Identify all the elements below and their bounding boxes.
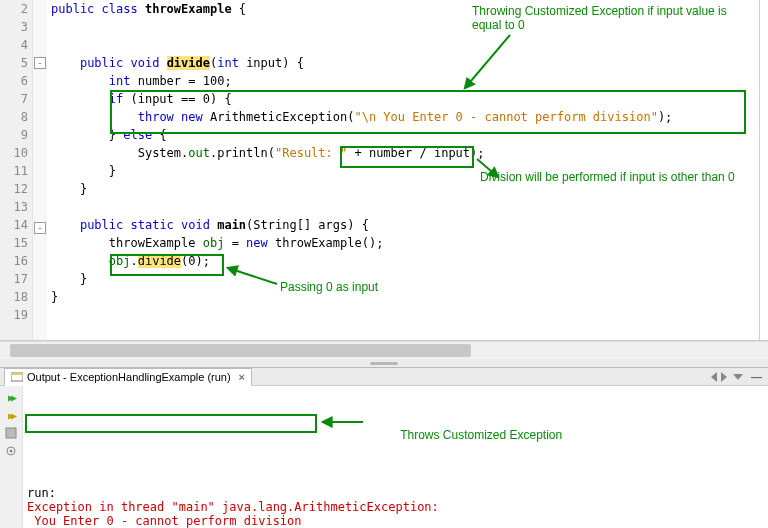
svg-rect-4 (11, 373, 23, 375)
fold-toggle[interactable]: - (34, 57, 46, 69)
fold-gutter: -- (33, 0, 47, 340)
output-line: Exception in thread "main" java.lang.Ari… (27, 500, 764, 514)
line-number: 18 (0, 288, 32, 306)
pane-splitter[interactable] (0, 359, 768, 367)
line-number: 16 (0, 252, 32, 270)
output-tab[interactable]: Output - ExceptionHandlingExample (run) … (4, 368, 252, 386)
code-line[interactable]: if (input == 0) { (47, 90, 768, 108)
line-number: 6 (0, 72, 32, 90)
output-pane: Output - ExceptionHandlingExample (run) … (0, 367, 768, 528)
scrollbar-thumb[interactable] (10, 344, 471, 357)
output-tab-title: Output - ExceptionHandlingExample (run) (27, 371, 231, 383)
code-line[interactable] (47, 306, 768, 324)
tabs-scroll-right-icon[interactable] (721, 372, 727, 382)
output-line: run: (27, 486, 764, 500)
line-number: 19 (0, 306, 32, 324)
line-number: 13 (0, 198, 32, 216)
line-number: 10 (0, 144, 32, 162)
line-number: 8 (0, 108, 32, 126)
code-line[interactable]: System.out.println("Result: " + number /… (47, 144, 768, 162)
line-number: 7 (0, 90, 32, 108)
settings-button[interactable] (3, 444, 19, 458)
fold-toggle[interactable]: - (34, 222, 46, 234)
code-line[interactable] (47, 36, 768, 54)
line-number: 2 (0, 0, 32, 18)
output-body: ▶▶ ▶▶ Throws Customized Exception run:Ex… (0, 386, 768, 528)
line-number: 11 (0, 162, 32, 180)
tabs-menu-dropdown-icon[interactable] (733, 374, 743, 380)
code-line[interactable]: } (47, 288, 768, 306)
line-number: 12 (0, 180, 32, 198)
line-number: 4 (0, 36, 32, 54)
code-line[interactable]: int number = 100; (47, 72, 768, 90)
editor-pane: 2345678910111213141516171819 -- public c… (0, 0, 768, 341)
run-button[interactable]: ▶▶ (3, 408, 19, 422)
code-line[interactable]: throwExample obj = new throwExample(); (47, 234, 768, 252)
terminal-icon (11, 371, 23, 383)
output-console[interactable]: Throws Customized Exception run:Exceptio… (23, 386, 768, 528)
highlight-box-output-msg (25, 414, 317, 433)
editor-horizontal-scrollbar[interactable] (0, 341, 768, 359)
output-gutter: ▶▶ ▶▶ (0, 386, 23, 528)
code-line[interactable]: } else { (47, 126, 768, 144)
minimize-icon[interactable]: — (751, 371, 762, 383)
code-line[interactable] (47, 198, 768, 216)
rerun-button[interactable]: ▶▶ (3, 390, 19, 404)
line-number: 5 (0, 54, 32, 72)
tabs-scroll-left-icon[interactable] (711, 372, 717, 382)
code-line[interactable]: obj.divide(0); (47, 252, 768, 270)
annotation-label: Throws Customized Exception (400, 428, 562, 442)
svg-point-7 (10, 450, 13, 453)
line-number-gutter: 2345678910111213141516171819 (0, 0, 33, 340)
code-area[interactable]: public class throwExample { public void … (47, 0, 768, 340)
line-number: 15 (0, 234, 32, 252)
code-line[interactable]: public void divide(int input) { (47, 54, 768, 72)
stop-button[interactable] (3, 426, 19, 440)
code-line[interactable]: } (47, 180, 768, 198)
line-number: 9 (0, 126, 32, 144)
ide-root: 2345678910111213141516171819 -- public c… (0, 0, 768, 528)
close-icon[interactable]: × (239, 371, 245, 383)
code-line[interactable]: public class throwExample { (47, 0, 768, 18)
svg-rect-5 (6, 428, 16, 438)
code-line[interactable]: } (47, 162, 768, 180)
code-line[interactable]: } (47, 270, 768, 288)
code-line[interactable] (47, 18, 768, 36)
line-number: 14 (0, 216, 32, 234)
arrow-output (319, 416, 367, 432)
code-line[interactable]: public static void main(String[] args) { (47, 216, 768, 234)
annotation-output: Throws Customized Exception (367, 414, 562, 457)
output-line: You Enter 0 - cannot perform division (27, 514, 764, 528)
output-tabs-bar: Output - ExceptionHandlingExample (run) … (0, 368, 768, 386)
line-number: 17 (0, 270, 32, 288)
code-line[interactable]: throw new ArithmeticException("\n You En… (47, 108, 768, 126)
line-number: 3 (0, 18, 32, 36)
